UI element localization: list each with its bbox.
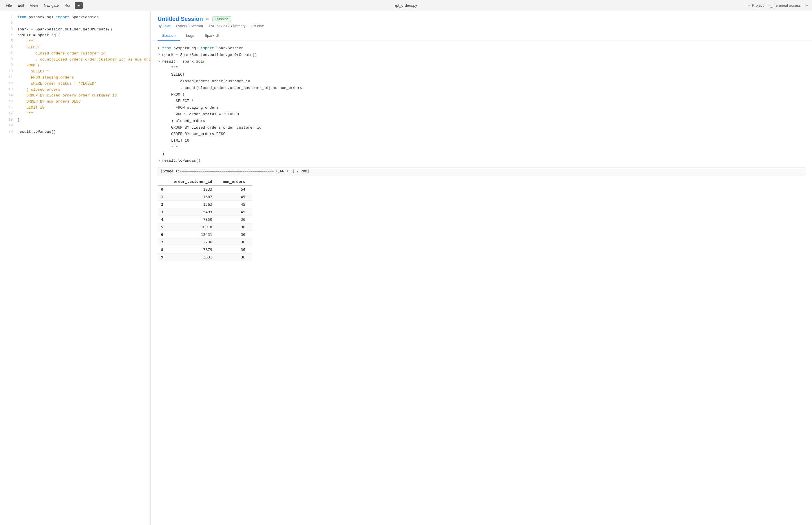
table-cell-customer-id: 2236 <box>170 238 219 246</box>
output-line-4: """ <box>157 65 805 71</box>
code-line-1: 1 from pyspark.sql import SparkSession <box>0 14 150 20</box>
table-cell-index: 6 <box>157 231 170 238</box>
session-content: > from pyspark.sql import SparkSession >… <box>151 41 812 525</box>
cell-output: > from pyspark.sql import SparkSession >… <box>157 45 805 261</box>
code-line-4: 4 result = spark.sql( <box>0 32 150 39</box>
code-line-17: 17 """ <box>0 111 150 117</box>
table-cell-customer-id: 3631 <box>170 254 219 261</box>
code-line-19: 19 <box>0 123 150 129</box>
meta-rest: — Python 3 Session — 1 vCPU / 2 GiB Memo… <box>171 24 263 28</box>
table-cell-num-orders: 36 <box>219 238 252 246</box>
main-layout: 1 from pyspark.sql import SparkSession 2… <box>0 11 812 525</box>
output-line-8: FROM ( <box>157 92 805 98</box>
menu-right: ← Project >_ Terminal access ✂ <box>747 3 809 7</box>
terminal-link[interactable]: >_ Terminal access <box>768 3 801 7</box>
table-cell-num-orders: 45 <box>219 208 252 216</box>
table-cell-index: 0 <box>157 186 170 193</box>
output-line-14: ORDER BY num_orders DESC <box>157 131 805 137</box>
dataframe-table: order_customer_id num_orders 01833541168… <box>157 178 252 261</box>
table-cell-customer-id: 5493 <box>170 208 219 216</box>
session-header: Untitled Session ✏ Running By Fajar — Py… <box>151 11 812 41</box>
table-cell-index: 9 <box>157 254 170 261</box>
table-row: 3549345 <box>157 208 252 216</box>
table-cell-num-orders: 36 <box>219 223 252 231</box>
output-line-6: closed_orders.order_customer_id <box>157 78 805 85</box>
table-row: 61243136 <box>157 231 252 238</box>
menu-view[interactable]: View <box>28 2 40 9</box>
output-line-1: > from pyspark.sql import SparkSession <box>157 45 805 51</box>
code-line-20: 20 result.toPandas() <box>0 129 150 135</box>
stage-progress: [Stage 1:===============================… <box>157 167 805 175</box>
table-cell-customer-id: 1833 <box>170 186 219 193</box>
table-row: 9363136 <box>157 254 252 261</box>
code-line-13: 13 ) closed_orders <box>0 87 150 93</box>
output-topandas: > result.toPandas() <box>157 158 805 164</box>
dataframe-table-wrapper: order_customer_id num_orders 01833541168… <box>157 178 805 261</box>
code-line-6: 6 SELECT <box>0 45 150 51</box>
code-line-7: 7 closed_orders.order_customer_id <box>0 51 150 57</box>
table-row: 7223636 <box>157 238 252 246</box>
table-cell-index: 5 <box>157 223 170 231</box>
table-cell-index: 2 <box>157 201 170 208</box>
code-line-14: 14 GROUP BY closed_orders.order_customer… <box>0 93 150 99</box>
code-line-9: 9 FROM ( <box>0 63 150 69</box>
session-author[interactable]: Fajar <box>163 24 170 28</box>
table-cell-customer-id: 7879 <box>170 246 219 254</box>
output-line-7: , count(closed_orders.order_customer_id)… <box>157 85 805 91</box>
col-header-order-customer-id: order_customer_id <box>170 178 219 186</box>
menu-file[interactable]: File <box>3 2 14 9</box>
table-cell-index: 1 <box>157 193 170 201</box>
table-row: 2136345 <box>157 201 252 208</box>
output-line-11: WHERE order_status = 'CLOSED' <box>157 111 805 118</box>
table-cell-index: 3 <box>157 208 170 216</box>
table-row: 1168745 <box>157 193 252 201</box>
table-cell-num-orders: 36 <box>219 246 252 254</box>
code-line-2: 2 <box>0 20 150 27</box>
tab-logs[interactable]: Logs <box>181 31 199 41</box>
cut-icon-btn[interactable]: ✂ <box>805 3 809 7</box>
output-line-2: > spark = SparkSession.builder.getOrCrea… <box>157 52 805 58</box>
arrow-left-icon: ← <box>747 3 751 7</box>
code-line-8: 8 , count(closed_orders.order_customer_i… <box>0 57 150 63</box>
project-link[interactable]: ← Project <box>747 3 764 7</box>
file-title: rpt_orders.py <box>395 3 417 7</box>
table-cell-customer-id: 10018 <box>170 223 219 231</box>
tab-session[interactable]: Session <box>157 31 180 41</box>
code-line-11: 11 FROM staging.orders <box>0 75 150 81</box>
terminal-icon: >_ <box>768 3 772 7</box>
table-row: 4785036 <box>157 216 252 223</box>
code-line-16: 16 LIMIT 10 <box>0 105 150 111</box>
table-row: 8787936 <box>157 246 252 254</box>
menu-run[interactable]: Run <box>62 2 74 9</box>
menu-bar: File Edit View Navigate Run ▶ rpt_orders… <box>0 0 812 11</box>
run-button[interactable]: ▶ <box>75 2 83 9</box>
tab-spark-ui[interactable]: Spark UI <box>200 31 224 41</box>
meta-by: By <box>157 24 162 28</box>
table-cell-index: 7 <box>157 238 170 246</box>
menu-edit[interactable]: Edit <box>15 2 26 9</box>
session-title-row: Untitled Session ✏ Running <box>157 16 805 22</box>
session-title: Untitled Session <box>157 16 203 22</box>
output-line-13: GROUP BY closed_orders.order_customer_id <box>157 125 805 131</box>
menu-items: File Edit View Navigate Run ▶ <box>3 2 747 9</box>
output-line-10: FROM staging.orders <box>157 105 805 111</box>
code-line-15: 15 ORDER BY num_orders DESC <box>0 99 150 105</box>
col-header-num-orders: num_orders <box>219 178 252 186</box>
edit-icon[interactable]: ✏ <box>206 17 209 21</box>
output-line-5: SELECT <box>157 72 805 78</box>
session-pane: Untitled Session ✏ Running By Fajar — Py… <box>151 11 812 525</box>
output-line-9: SELECT * <box>157 98 805 104</box>
table-cell-num-orders: 54 <box>219 186 252 193</box>
output-line-15: LIMIT 10 <box>157 138 805 144</box>
scissor-icon: ✂ <box>805 3 809 7</box>
output-line-12: ) closed_orders <box>157 118 805 124</box>
table-cell-num-orders: 36 <box>219 216 252 223</box>
table-cell-index: 4 <box>157 216 170 223</box>
code-line-12: 12 WHERE order_status = 'CLOSED' <box>0 81 150 87</box>
output-line-3: > result = spark.sql( <box>157 59 805 65</box>
col-header-index <box>157 178 170 186</box>
table-cell-customer-id: 7850 <box>170 216 219 223</box>
menu-navigate[interactable]: Navigate <box>42 2 61 9</box>
table-header-row: order_customer_id num_orders <box>157 178 252 186</box>
tabs: Session Logs Spark UI <box>157 31 805 41</box>
